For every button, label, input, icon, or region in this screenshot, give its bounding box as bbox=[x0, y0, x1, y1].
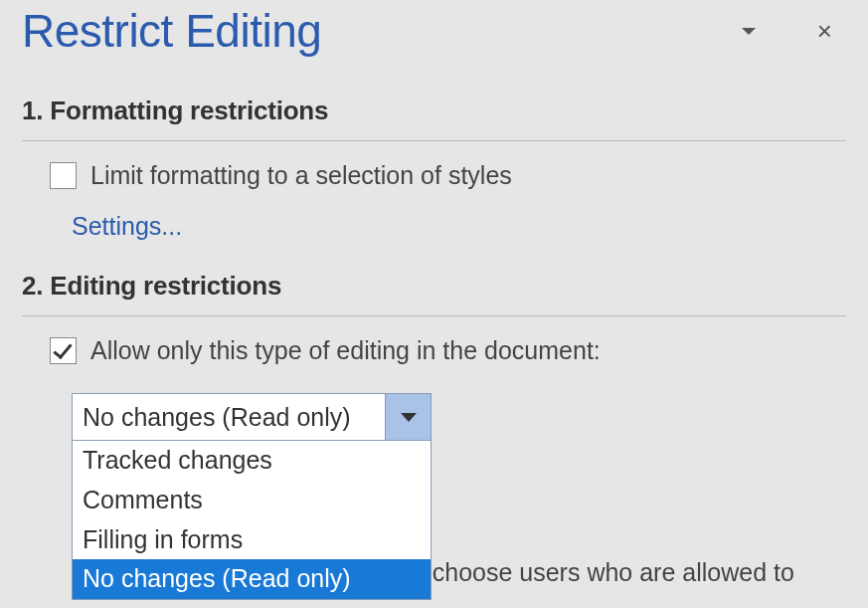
limit-formatting-label: Limit formatting to a selection of style… bbox=[90, 161, 512, 190]
editing-type-select[interactable]: No changes (Read only) bbox=[72, 393, 432, 441]
editing-restrictions-heading: 2. Editing restrictions bbox=[22, 271, 846, 302]
pane-options-dropdown-icon[interactable] bbox=[742, 28, 756, 35]
limit-formatting-checkbox[interactable] bbox=[50, 162, 77, 189]
editing-type-option[interactable]: Filling in forms bbox=[73, 520, 431, 560]
chevron-down-icon[interactable] bbox=[385, 394, 431, 440]
pane-title: Restrict Editing bbox=[22, 4, 742, 58]
settings-link[interactable]: Settings... bbox=[72, 212, 182, 241]
editing-type-select-value: No changes (Read only) bbox=[73, 403, 385, 432]
editing-type-option[interactable]: Comments bbox=[73, 481, 431, 520]
allow-only-editing-label: Allow only this type of editing in the d… bbox=[90, 336, 601, 365]
formatting-restrictions-heading: 1. Formatting restrictions bbox=[22, 96, 846, 126]
close-icon[interactable]: × bbox=[817, 18, 832, 44]
editing-type-dropdown: Tracked changesCommentsFilling in formsN… bbox=[72, 441, 432, 600]
section-divider bbox=[22, 140, 846, 141]
background-paragraph-text: nd choose users who are allowed to bbox=[398, 558, 794, 587]
editing-type-option[interactable]: Tracked changes bbox=[73, 441, 431, 481]
editing-type-option[interactable]: No changes (Read only) bbox=[73, 559, 431, 599]
section-divider bbox=[22, 315, 846, 316]
allow-only-editing-checkbox[interactable] bbox=[50, 337, 77, 364]
